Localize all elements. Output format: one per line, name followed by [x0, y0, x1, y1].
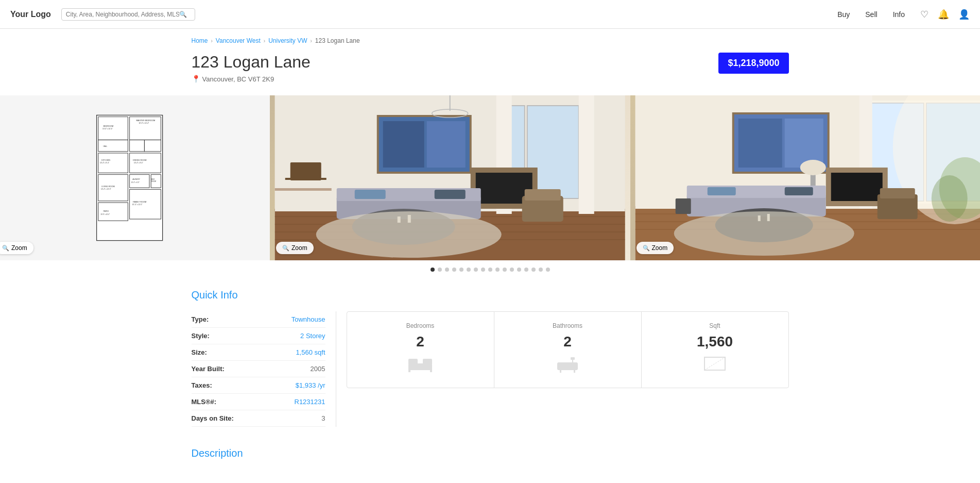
carousel-dot-12[interactable]	[510, 268, 514, 272]
photo-1-svg	[270, 95, 630, 260]
bathrooms-value: 2	[563, 334, 572, 350]
info-value-mls: R1231231	[295, 398, 325, 406]
main-content: Home › Vancouver West › University VW › …	[181, 29, 799, 85]
zoom-photo1-button[interactable]: 🔍 Zoom	[276, 242, 314, 254]
info-separator	[336, 311, 336, 427]
svg-rect-79	[831, 173, 882, 201]
breadcrumb-sep-1: ›	[211, 38, 213, 44]
nav-buy[interactable]: Buy	[837, 10, 850, 19]
carousel-dot-2[interactable]	[438, 268, 442, 272]
bath-icon	[555, 354, 580, 377]
user-icon[interactable]: 👤	[958, 9, 970, 20]
address-text: Vancouver, BC V6T 2K9	[202, 75, 274, 83]
info-label-taxes: Taxes:	[192, 381, 212, 389]
location-icon: 📍	[192, 75, 200, 83]
nav-sell[interactable]: Sell	[865, 10, 877, 19]
nav-icons: ♡ 🔔 👤	[920, 9, 970, 20]
carousel-dot-17[interactable]	[546, 268, 550, 272]
svg-rect-98	[408, 369, 410, 372]
svg-line-107	[704, 357, 725, 370]
svg-rect-77	[784, 119, 823, 168]
carousel-dot-5[interactable]	[459, 268, 463, 272]
svg-text:ROOM: ROOM	[151, 180, 157, 182]
carousel-dot-11[interactable]	[503, 268, 507, 272]
gallery-section: MASTER BEDROOM 10'-0" x 14'-4" BEDROOM 1…	[0, 95, 980, 260]
info-value-year: 2005	[311, 365, 325, 373]
info-row-days: Days on Site: 3	[192, 410, 325, 427]
zoom-floorplan-button[interactable]: 🔍 Zoom	[0, 242, 33, 254]
info-value-type: Townhouse	[291, 315, 325, 323]
svg-rect-76	[738, 119, 782, 168]
breadcrumb-neighborhood[interactable]: University VW	[268, 37, 307, 44]
svg-text:BEDROOM: BEDROOM	[104, 125, 114, 127]
carousel-dot-8[interactable]	[481, 268, 485, 272]
lower-content: Quick Info Type: Townhouse Style: 2 Stor…	[181, 279, 799, 476]
svg-rect-45	[383, 121, 424, 168]
svg-point-81	[800, 160, 826, 175]
gallery-floorplan: MASTER BEDROOM 10'-0" x 14'-4" BEDROOM 1…	[0, 95, 270, 260]
info-value-size: 1,560 sqft	[296, 348, 325, 356]
carousel-dot-9[interactable]	[488, 268, 492, 272]
svg-text:10'-0" x 14'-4": 10'-0" x 14'-4"	[101, 213, 110, 215]
zoom-photo2-button[interactable]: 🔍 Zoom	[637, 242, 674, 254]
notification-icon[interactable]: 🔔	[938, 9, 949, 20]
favorite-icon[interactable]: ♡	[920, 9, 929, 20]
svg-rect-63	[290, 162, 321, 180]
bedrooms-label: Bedrooms	[406, 322, 435, 329]
gallery-photo-1: 🔍 Zoom	[270, 95, 630, 260]
logo[interactable]: Your Logo	[10, 10, 51, 19]
quick-info-title: Quick Info	[192, 289, 789, 301]
search-bar[interactable]: 🔍	[61, 8, 195, 21]
breadcrumb-sep-2: ›	[264, 38, 265, 44]
description-title: Description	[192, 447, 789, 459]
info-value-style: 2 Storey	[300, 332, 325, 340]
info-label-mls: MLS®#:	[192, 398, 217, 406]
stats-box: Bedrooms 2 Bathrooms	[347, 311, 789, 388]
site-header: Your Logo 🔍 Buy Sell Info ♡ 🔔 👤	[0, 0, 980, 29]
breadcrumb-city[interactable]: Vancouver West	[216, 37, 261, 44]
gallery-photo-2: 🔍 Zoom	[630, 95, 981, 260]
svg-rect-103	[571, 357, 575, 360]
svg-rect-104	[560, 370, 561, 373]
carousel-dot-7[interactable]	[474, 268, 478, 272]
svg-text:FAMILY ROOM: FAMILY ROOM	[133, 201, 146, 203]
svg-text:10'-4" x 9'-4": 10'-4" x 9'-4"	[134, 162, 143, 164]
info-row-mls: MLS®#: R1231231	[192, 394, 325, 410]
carousel-dot-10[interactable]	[495, 268, 500, 272]
carousel-dot-3[interactable]	[445, 268, 449, 272]
svg-text:HALL: HALL	[104, 145, 108, 147]
svg-rect-99	[430, 369, 432, 372]
carousel-dot-4[interactable]	[452, 268, 456, 272]
info-label-size: Size:	[192, 348, 207, 356]
info-row-style: Style: 2 Storey	[192, 328, 325, 344]
svg-text:MASTER BEDROOM: MASTER BEDROOM	[136, 120, 156, 122]
svg-text:10'-4" x 9'-4": 10'-4" x 9'-4"	[100, 162, 109, 164]
sqft-label: Sqft	[709, 322, 720, 329]
zoom-photo2-label: Zoom	[652, 244, 668, 252]
info-value-days: 3	[321, 414, 325, 422]
quick-info-section: Quick Info Type: Townhouse Style: 2 Stor…	[192, 279, 789, 437]
svg-rect-101	[557, 362, 578, 370]
nav-info[interactable]: Info	[893, 10, 905, 19]
info-table: Type: Townhouse Style: 2 Storey Size: 1,…	[192, 311, 325, 427]
info-row-taxes: Taxes: $1,933 /yr	[192, 377, 325, 394]
carousel-dot-15[interactable]	[531, 268, 536, 272]
property-address: 📍 Vancouver, BC V6T 2K9	[192, 75, 311, 83]
info-row-type: Type: Townhouse	[192, 311, 325, 328]
search-input[interactable]	[66, 11, 179, 18]
carousel-dot-14[interactable]	[524, 268, 528, 272]
svg-rect-85	[784, 187, 813, 195]
carousel-dot-13[interactable]	[517, 268, 521, 272]
breadcrumb-home[interactable]: Home	[192, 37, 208, 44]
carousel-dot-6[interactable]	[467, 268, 471, 272]
carousel-dot-16[interactable]	[539, 268, 543, 272]
bathrooms-label: Bathrooms	[553, 322, 582, 329]
svg-text:10'-4" x 13'-0": 10'-4" x 13'-0"	[101, 188, 111, 190]
breadcrumb: Home › Vancouver West › University VW › …	[192, 29, 789, 48]
info-label-days: Days on Site:	[192, 414, 234, 422]
zoom-icon: 🔍	[2, 245, 9, 252]
svg-text:LIVING ROOM: LIVING ROOM	[102, 186, 115, 188]
carousel-dot-1[interactable]	[431, 268, 435, 272]
title-block: 123 Logan Lane 📍 Vancouver, BC V6T 2K9	[192, 53, 311, 83]
zoom-photo1-label: Zoom	[291, 244, 307, 252]
